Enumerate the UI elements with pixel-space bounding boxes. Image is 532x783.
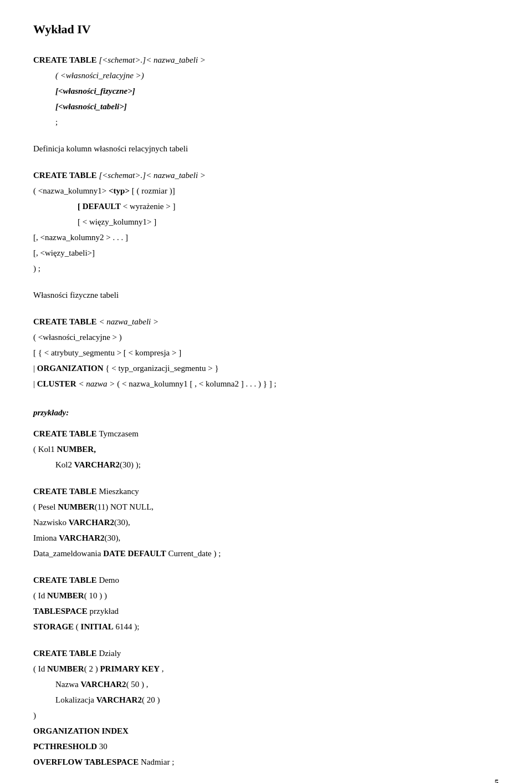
syntax-section-3: CREATE TABLE < nazwa_tabeli > ( <własnoś… [33,315,499,390]
page-title: Wykład IV [33,22,499,37]
example-4: CREATE TABLE Dzialy ( Id NUMBER( 2 ) PRI… [33,647,499,769]
page-container: Wykład IV CREATE TABLE [<schemat>.]< naz… [33,22,499,769]
page-number: 5 [495,778,499,783]
example-3: CREATE TABLE Demo ( Id NUMBER( 10 ) ) TA… [33,573,499,633]
syntax-section-1: CREATE TABLE [<schemat>.]< nazwa_tabeli … [33,53,499,129]
example-2: CREATE TABLE Mieszkancy ( Pesel NUMBER(1… [33,485,499,560]
physical-desc: Własności fizyczne tabeli [33,288,499,302]
definition-desc: Definicja kolumn własności relacyjnych t… [33,142,499,155]
example-1: CREATE TABLE Tymczasem ( Kol1 NUMBER, Ko… [33,427,499,471]
examples-label: przykłady: [33,406,499,419]
content-block: CREATE TABLE [<schemat>.]< nazwa_tabeli … [33,53,499,769]
syntax-section-2: CREATE TABLE [<schemat>.]< nazwa_tabeli … [33,169,499,275]
